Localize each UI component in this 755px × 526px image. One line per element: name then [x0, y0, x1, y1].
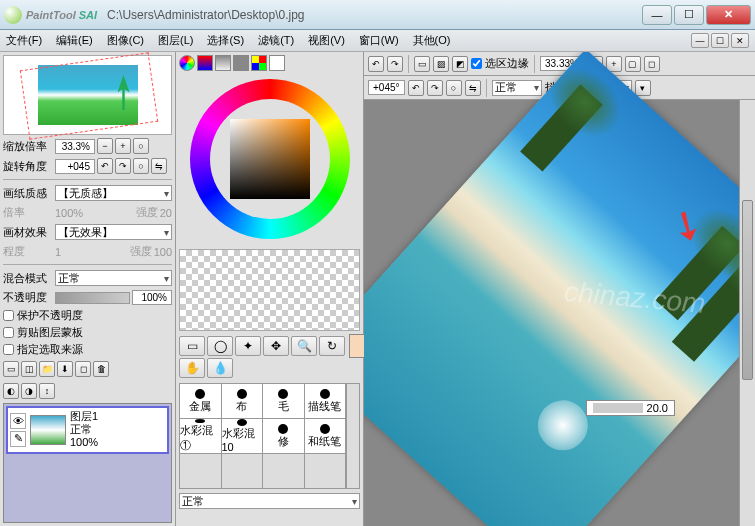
rotation-value[interactable]: +045	[55, 159, 95, 174]
brush-empty[interactable]	[263, 454, 304, 488]
hsv-slider-icon[interactable]	[215, 55, 231, 71]
vertical-scrollbar[interactable]	[739, 100, 755, 526]
opacity-slider[interactable]	[55, 292, 130, 304]
flip-button[interactable]: ⇋	[151, 158, 167, 174]
swatch-palette[interactable]	[179, 249, 360, 331]
brush-empty[interactable]	[305, 454, 346, 488]
opacity-value[interactable]: 100%	[132, 290, 172, 305]
rotate-ccw-button[interactable]: ↶	[97, 158, 113, 174]
redo-button[interactable]: ↷	[387, 56, 403, 72]
menu-edit[interactable]: 编辑(E)	[56, 33, 93, 48]
menu-file[interactable]: 文件(F)	[6, 33, 42, 48]
zoom-value[interactable]: 33.3%	[55, 139, 95, 154]
maximize-button[interactable]: ☐	[674, 5, 704, 25]
brush-fix[interactable]: 修	[263, 419, 304, 453]
brush-empty[interactable]	[180, 454, 221, 488]
app-icon	[4, 6, 22, 24]
close-button[interactable]: ✕	[706, 5, 751, 25]
canvas-rotate-cw[interactable]: ↷	[427, 80, 443, 96]
menu-view[interactable]: 视图(V)	[308, 33, 345, 48]
new-linework-button[interactable]: ◫	[21, 361, 37, 377]
clipping-mask-checkbox[interactable]: 剪贴图层蒙板	[3, 325, 172, 340]
stabilizer-option[interactable]: ▾	[635, 80, 651, 96]
brush-watercolor10[interactable]: 水彩混10	[222, 419, 263, 453]
rotate-cw-button[interactable]: ↷	[115, 158, 131, 174]
clear-layer-button[interactable]: ◻	[75, 361, 91, 377]
deselect-button[interactable]: ▭	[414, 56, 430, 72]
menu-image[interactable]: 图像(C)	[107, 33, 144, 48]
canvas-blend-select[interactable]: 正常	[492, 80, 542, 96]
menu-select[interactable]: 选择(S)	[207, 33, 244, 48]
rotation-label: 旋转角度	[3, 159, 53, 174]
paper-texture-select[interactable]: 【无质感】	[55, 185, 172, 201]
brush-size-popup[interactable]: 20.0	[586, 400, 675, 416]
lasso-tool[interactable]: ◯	[207, 336, 233, 356]
selection-edge-checkbox[interactable]: 选区边缘	[471, 56, 529, 71]
title-bar: PaintTool SAI C:\Users\Administrator\Des…	[0, 0, 755, 30]
brush-lineart[interactable]: 描线笔	[305, 384, 346, 418]
minimize-button[interactable]: —	[642, 5, 672, 25]
rotate-reset-button[interactable]: ○	[133, 158, 149, 174]
color-square[interactable]	[230, 119, 310, 199]
canvas-rotate-reset[interactable]: ○	[446, 80, 462, 96]
layer-info: 图层1 正常 100%	[70, 410, 98, 450]
edit-icon[interactable]: ✎	[10, 431, 26, 447]
apply-mask-button[interactable]: ◑	[21, 383, 37, 399]
swatches-icon[interactable]	[251, 55, 267, 71]
invert-sel-button[interactable]: ▨	[433, 56, 449, 72]
blend-mode-select[interactable]: 正常	[55, 270, 172, 286]
zoom-reset-button[interactable]: ○	[133, 138, 149, 154]
brush-metal[interactable]: 金属	[180, 384, 221, 418]
canvas-flip[interactable]: ⇋	[465, 80, 481, 96]
hand-tool[interactable]: ✋	[179, 358, 205, 378]
brush-scrollbar[interactable]	[346, 383, 360, 489]
canvas-zoom-actual[interactable]: ◻	[644, 56, 660, 72]
color-wheel[interactable]	[179, 74, 360, 244]
menu-window[interactable]: 窗口(W)	[359, 33, 399, 48]
menu-other[interactable]: 其他(O)	[413, 33, 451, 48]
visibility-icon[interactable]: 👁	[10, 413, 26, 429]
canvas-area: ↶ ↷ ▭ ▨ ◩ 选区边缘 33.33% − + ▢ ◻ +045° ↶ ↷ …	[364, 52, 755, 526]
panel-max-button[interactable]: ☐	[711, 33, 729, 48]
delete-layer-button[interactable]: 🗑	[93, 361, 109, 377]
brush-hair[interactable]: 毛	[263, 384, 304, 418]
transfer-button[interactable]: ↕	[39, 383, 55, 399]
canvas-angle-value[interactable]: +045°	[368, 80, 405, 95]
undo-button[interactable]: ↶	[368, 56, 384, 72]
navigator-thumbnail[interactable]	[3, 55, 172, 135]
rgb-slider-icon[interactable]	[197, 55, 213, 71]
zoom-tool[interactable]: 🔍	[291, 336, 317, 356]
canvas-image[interactable]	[364, 52, 755, 526]
new-folder-button[interactable]: 📁	[39, 361, 55, 377]
menu-filter[interactable]: 滤镜(T)	[258, 33, 294, 48]
material-effect-select[interactable]: 【无效果】	[55, 224, 172, 240]
brush-cloth[interactable]: 布	[222, 384, 263, 418]
selection-source-checkbox[interactable]: 指定选取来源	[3, 342, 172, 357]
mask-button[interactable]: ◐	[3, 383, 19, 399]
select-rect-tool[interactable]: ▭	[179, 336, 205, 356]
canvas-zoom-fit[interactable]: ▢	[625, 56, 641, 72]
brush-mode-select[interactable]: 正常	[179, 493, 360, 509]
scratchpad-icon[interactable]	[269, 55, 285, 71]
brush-washi[interactable]: 和纸笔	[305, 419, 346, 453]
protect-opacity-checkbox[interactable]: 保护不透明度	[3, 308, 172, 323]
show-sel-button[interactable]: ◩	[452, 56, 468, 72]
zoom-out-button[interactable]: −	[97, 138, 113, 154]
brush-empty[interactable]	[222, 454, 263, 488]
zoom-in-button[interactable]: +	[115, 138, 131, 154]
magic-wand-tool[interactable]: ✦	[235, 336, 261, 356]
color-picker-tool[interactable]: 💧	[207, 358, 233, 378]
rotate-tool[interactable]: ↻	[319, 336, 345, 356]
menu-layer[interactable]: 图层(L)	[158, 33, 193, 48]
canvas-rotate-ccw[interactable]: ↶	[408, 80, 424, 96]
layer-item[interactable]: 👁 ✎ 图层1 正常 100%	[6, 406, 169, 454]
gray-icon[interactable]	[233, 55, 249, 71]
brush-watercolor1[interactable]: 水彩混①	[180, 419, 221, 453]
app-logo-text: PaintTool SAI	[26, 9, 97, 21]
move-tool[interactable]: ✥	[263, 336, 289, 356]
color-wheel-icon[interactable]	[179, 55, 195, 71]
panel-min-button[interactable]: —	[691, 33, 709, 48]
new-layer-button[interactable]: ▭	[3, 361, 19, 377]
panel-close-button[interactable]: ✕	[731, 33, 749, 48]
merge-down-button[interactable]: ⬇	[57, 361, 73, 377]
